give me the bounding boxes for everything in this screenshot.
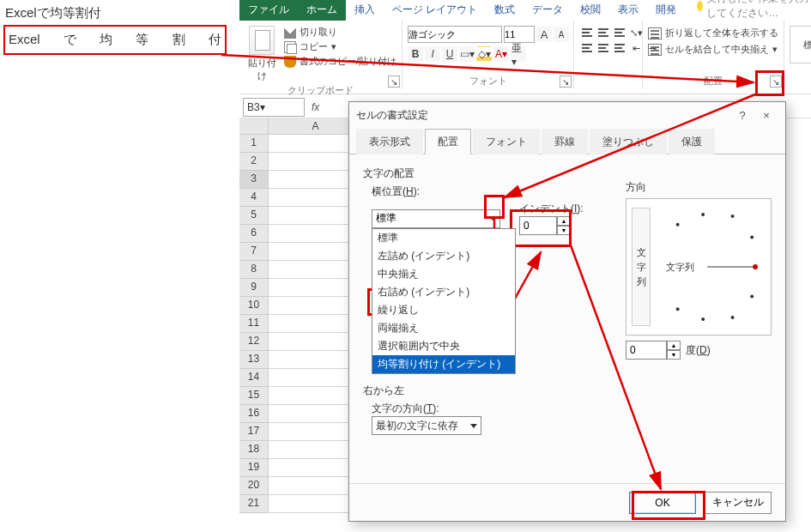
dlg-tab-fill[interactable]: 塗りつぶし [590, 129, 667, 154]
paste-button[interactable]: 貼り付け [245, 57, 279, 82]
border-button[interactable]: ▭▾ [459, 46, 475, 62]
row-header-4[interactable]: 4 [239, 189, 269, 207]
h-option-fill[interactable]: 繰り返し [372, 301, 515, 319]
dlg-tab-number[interactable]: 表示形式 [356, 129, 423, 154]
dlg-tab-alignment[interactable]: 配置 [425, 129, 471, 154]
orientation-vertical-button[interactable]: 文字列 [632, 208, 651, 326]
cancel-button[interactable]: キャンセル [705, 492, 772, 514]
row-header-3[interactable]: 3 [239, 171, 269, 189]
row-header-12[interactable]: 12 [239, 333, 269, 351]
row-header-19[interactable]: 19 [239, 459, 269, 477]
dlg-tab-protection[interactable]: 保護 [669, 129, 715, 154]
font-group-label: フォント [408, 73, 568, 88]
degree-spinner[interactable] [626, 341, 667, 360]
font-launcher[interactable]: ↘ [560, 76, 572, 88]
degree-spin-up[interactable]: ▲ [667, 341, 681, 350]
row-header-11[interactable]: 11 [239, 315, 269, 333]
shrink-font-button[interactable]: A [554, 27, 569, 42]
italic-button[interactable]: I [425, 46, 440, 62]
align-middle[interactable] [596, 26, 611, 39]
indent-spin-down[interactable]: ▼ [557, 226, 571, 235]
tab-file[interactable]: ファイル [239, 0, 298, 21]
row-header-15[interactable]: 15 [239, 387, 269, 405]
tab-home[interactable]: ホーム [298, 0, 346, 21]
align-bottom[interactable] [612, 26, 627, 39]
row-header-14[interactable]: 14 [239, 369, 269, 387]
h-option-left[interactable]: 左詰め (インデント) [372, 247, 515, 265]
row-header-10[interactable]: 10 [239, 297, 269, 315]
h-option-standard[interactable]: 標準 [372, 229, 515, 247]
row-header-2[interactable]: 2 [239, 153, 269, 171]
orientation-dial[interactable]: 文字列 [661, 208, 762, 326]
format-painter-button[interactable]: 書式のコピー/貼り付け [284, 55, 396, 68]
tab-view[interactable]: 表示 [609, 0, 647, 21]
alignment-launcher[interactable]: ↘ [770, 76, 782, 88]
row-header-1[interactable]: 1 [239, 135, 269, 153]
horizontal-align-dropdown-button[interactable] [485, 209, 500, 228]
indent-spinner[interactable] [519, 216, 557, 235]
dialog-title: セルの書式設定 [356, 108, 730, 123]
grow-font-button[interactable]: A [536, 27, 552, 42]
fx-icon[interactable]: fx [312, 101, 319, 113]
number-format-sample[interactable]: 標準 [790, 26, 811, 63]
row-header-13[interactable]: 13 [239, 351, 269, 369]
row-header-9[interactable]: 9 [239, 279, 269, 297]
align-right[interactable] [612, 41, 627, 55]
wrap-label: 折り返して全体を表示する [665, 27, 778, 39]
row-header-21[interactable]: 21 [239, 495, 269, 513]
orientation-preview[interactable]: 文字列 文字列 [626, 198, 772, 336]
row-header-18[interactable]: 18 [239, 441, 269, 459]
tab-review[interactable]: 校閲 [572, 0, 609, 21]
dialog-help-button[interactable]: ? [730, 106, 754, 124]
svg-point-7 [701, 317, 705, 321]
text-direction-combo[interactable]: 最初の文字に依存 [372, 416, 481, 435]
dlg-tab-border[interactable]: 罫線 [542, 129, 588, 154]
align-top[interactable] [579, 26, 595, 39]
orientation-button[interactable]: ⤡▾ [628, 26, 644, 39]
clipboard-launcher[interactable]: ↘ [388, 76, 400, 88]
font-color-button[interactable]: A▾ [493, 46, 509, 62]
row-header-20[interactable]: 20 [239, 477, 269, 495]
h-option-justify[interactable]: 両端揃え [372, 319, 515, 337]
h-option-center[interactable]: 中央揃え [372, 265, 515, 283]
underline-button[interactable]: U [442, 46, 457, 62]
row-header-17[interactable]: 17 [239, 423, 269, 441]
degree-spin-down[interactable]: ▼ [667, 350, 681, 360]
align-left[interactable] [579, 41, 595, 55]
h-option-center-selection[interactable]: 選択範囲内で中央 [372, 337, 515, 355]
wrap-text-button[interactable]: 折り返して全体を表示する [648, 26, 778, 40]
select-all-corner[interactable] [239, 118, 269, 135]
row-header-7[interactable]: 7 [239, 243, 269, 261]
h-option-distributed[interactable]: 均等割り付け (インデント) [372, 355, 515, 373]
phonetic-button[interactable]: 亜▾ [511, 46, 526, 62]
horizontal-align-combo[interactable] [372, 209, 500, 228]
tab-data[interactable]: データ [524, 0, 572, 21]
dlg-tab-font[interactable]: フォント [473, 129, 540, 154]
chevron-down-icon [470, 424, 477, 428]
name-box[interactable]: B3 ▾ [243, 98, 305, 117]
font-name-select[interactable] [408, 26, 502, 43]
copy-label: コピー [300, 40, 328, 53]
cut-button[interactable]: 切り取り [284, 26, 396, 39]
bold-button[interactable]: B [408, 46, 423, 62]
ok-button[interactable]: OK [629, 492, 696, 514]
merge-center-button[interactable]: セルを結合して中央揃え ▾ [648, 42, 778, 57]
align-center[interactable] [596, 41, 611, 55]
copy-button[interactable]: コピー ▾ [284, 40, 396, 53]
paste-icon[interactable] [249, 26, 275, 55]
tab-developer[interactable]: 開発 [647, 0, 685, 21]
dialog-close-button[interactable]: × [754, 106, 778, 124]
h-option-right[interactable]: 右詰め (インデント) [372, 283, 515, 301]
tab-formulas[interactable]: 数式 [486, 0, 524, 21]
row-header-8[interactable]: 8 [239, 261, 269, 279]
tab-insert[interactable]: 挿入 [346, 0, 384, 21]
tab-layout[interactable]: ページ レイアウト [384, 0, 486, 21]
row-header-6[interactable]: 6 [239, 225, 269, 243]
spread-char: 割 [172, 32, 185, 48]
row-header-5[interactable]: 5 [239, 207, 269, 225]
indent-spin-up[interactable]: ▲ [557, 216, 571, 226]
row-header-16[interactable]: 16 [239, 405, 269, 423]
indent-decrease[interactable]: ⇤ [628, 41, 644, 55]
tell-me[interactable]: 実行したい作業を入力してください… [685, 0, 811, 21]
fill-color-button[interactable]: ◇▾ [476, 46, 492, 62]
